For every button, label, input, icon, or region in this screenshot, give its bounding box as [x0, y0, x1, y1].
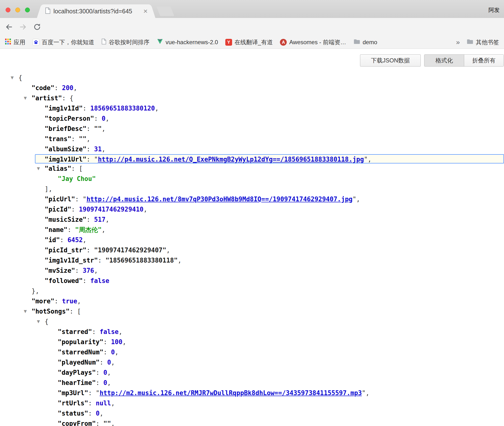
json-line: "rtUrls": null, — [0, 398, 504, 408]
json-key: "img1v1Url" — [45, 156, 86, 163]
json-key: "starredNum" — [58, 349, 103, 356]
collapse-all-button[interactable]: 折叠所有 — [464, 55, 504, 66]
browser-window: localhost:3000/artists?id=645 × 阿发 local… — [0, 0, 504, 426]
bookmark-label: 在线翻译_有道 — [235, 38, 273, 46]
json-line: "briefDesc": "", — [0, 124, 504, 134]
json-line: "picId_str": "19097417462929407", — [0, 245, 504, 255]
youdao-icon: Y — [225, 39, 232, 46]
json-line: ▼"artist": { — [0, 93, 504, 103]
json-line: "picUrl": "http://p4.music.126.net/8mv7q… — [0, 194, 504, 204]
json-line: "popularity": 100, — [0, 337, 504, 347]
other-bookmarks-folder[interactable]: 其他书签 — [467, 38, 499, 46]
json-url-link[interactable]: http://m2.music.126.net/RMJR7wDullRqppBk… — [100, 389, 362, 397]
json-url-link[interactable]: http://p4.music.126.net/8mv7qP30Pd3oHW8b… — [86, 196, 353, 203]
minimize-window-button[interactable] — [15, 8, 20, 12]
zoom-window-button[interactable] — [25, 8, 30, 12]
json-line: "starredNum": 0, — [0, 347, 504, 357]
json-line: "musicSize": 517, — [0, 214, 504, 225]
json-key: "mvSize" — [45, 267, 75, 274]
tab-close-icon[interactable]: × — [143, 8, 148, 15]
json-line: "status": 0, — [0, 408, 504, 418]
json-line: "id": 6452, — [0, 235, 504, 245]
json-key: "img1v1Id_str" — [45, 257, 98, 264]
json-key: "status" — [58, 410, 88, 417]
collapse-caret-icon[interactable]: ▼ — [24, 306, 27, 316]
json-line: "topicPerson": 0, — [0, 113, 504, 124]
json-line: "more": true, — [0, 296, 504, 306]
json-line: "code": 200, — [0, 83, 504, 93]
bookmark-item-google-sort[interactable]: 谷歌按时间排序 — [101, 38, 150, 46]
download-json-button[interactable]: 下载JSON数据 — [360, 54, 421, 67]
json-key: "followed" — [45, 277, 83, 284]
bookmark-item-youdao[interactable]: Y 在线翻译_有道 — [225, 38, 273, 46]
json-line: "mp3Url": "http://m2.music.126.net/RMJR7… — [0, 388, 504, 398]
view-mode-button-group: 格式化 折叠所有 — [424, 54, 504, 67]
json-line: ▼{ — [0, 316, 504, 327]
back-button[interactable] — [5, 23, 13, 31]
bookmark-label: 谷歌按时间排序 — [109, 38, 150, 46]
json-line: ▼"alias": [ — [0, 163, 504, 174]
json-key: "picId" — [45, 206, 71, 213]
json-line: "hearTime": 0, — [0, 378, 504, 388]
bookmark-label: Awesomes - 前端资… — [289, 38, 346, 46]
json-key: "hearTime" — [58, 379, 96, 386]
vue-icon — [157, 39, 163, 46]
profile-name[interactable]: 阿发 — [488, 6, 500, 14]
json-key: "copyFrom" — [58, 420, 96, 426]
collapse-caret-icon[interactable]: ▼ — [11, 73, 14, 83]
collapse-caret-icon[interactable]: ▼ — [37, 316, 40, 327]
traffic-lights — [6, 8, 30, 12]
bookmark-item-vue-hackernews[interactable]: vue-hackernews-2.0 — [157, 39, 218, 46]
baidu-icon — [33, 39, 39, 46]
page-favicon-icon — [45, 8, 50, 15]
close-window-button[interactable] — [6, 8, 10, 12]
json-key: "alias" — [45, 165, 71, 172]
json-line: "albumSize": 31, — [0, 144, 504, 154]
json-key: "mp3Url" — [58, 389, 88, 397]
json-key: "picId_str" — [45, 247, 86, 254]
bookmark-item-awesomes[interactable]: A Awesomes - 前端资… — [280, 38, 346, 46]
json-line: ▼{ — [0, 73, 504, 83]
bookmark-item-demo[interactable]: demo — [353, 39, 377, 46]
json-key: "dayPlays" — [58, 369, 96, 376]
json-key: "playedNum" — [58, 359, 100, 366]
bookmark-label: 应用 — [14, 38, 25, 46]
json-key: "popularity" — [58, 338, 103, 346]
bookmarks-bar: 应用 百度一下，你就知道 谷歌按时间排序 vue-hackernews-2.0 … — [0, 36, 504, 49]
bookmark-item-baidu[interactable]: 百度一下，你就知道 — [33, 38, 94, 46]
json-line: }, — [0, 286, 504, 296]
json-key: "topicPerson" — [45, 115, 94, 122]
json-line: "picId": 19097417462929410, — [0, 204, 504, 214]
json-line: "copyFrom": "", — [0, 418, 504, 426]
awesomes-icon: A — [280, 39, 287, 46]
format-button[interactable]: 格式化 — [424, 55, 464, 66]
collapse-caret-icon[interactable]: ▼ — [24, 93, 27, 103]
json-url-link[interactable]: http://p4.music.126.net/Q_ExePNkmgB2yWyL… — [98, 156, 364, 163]
json-key: "img1v1Id" — [45, 105, 83, 112]
forward-button[interactable] — [19, 23, 27, 31]
json-line: "Jay Chou" — [0, 174, 504, 184]
json-line: "dayPlays": 0, — [0, 367, 504, 378]
json-line: "mvSize": 376, — [0, 265, 504, 276]
collapse-caret-icon[interactable]: ▼ — [37, 163, 40, 174]
page-icon — [101, 39, 106, 46]
bookmarks-overflow-chevron[interactable]: » — [456, 38, 460, 46]
json-line: ], — [0, 184, 504, 194]
folder-icon — [353, 39, 360, 46]
tab-strip: localhost:3000/artists?id=645 × 阿发 — [0, 0, 504, 18]
navigation-toolbar: localhost:3000/artists?id=6452 V en FE — [0, 18, 504, 36]
json-key: "more" — [32, 298, 54, 305]
other-bookmarks-label: 其他书签 — [476, 38, 499, 46]
json-key: "code" — [32, 84, 54, 92]
bookmark-label: 百度一下，你就知道 — [42, 38, 94, 46]
json-key: "rtUrls" — [58, 400, 88, 407]
json-key: "id" — [45, 236, 60, 244]
new-tab-button[interactable] — [156, 7, 174, 16]
json-key: "musicSize" — [45, 216, 86, 223]
json-line: "trans": "", — [0, 134, 504, 144]
browser-tab[interactable]: localhost:3000/artists?id=645 × — [43, 4, 150, 18]
json-line: "img1v1Id": 18569651883380120, — [0, 103, 504, 113]
apps-grid-icon — [5, 38, 11, 46]
bookmark-item-apps[interactable]: 应用 — [5, 38, 25, 46]
reload-button[interactable] — [33, 23, 41, 31]
